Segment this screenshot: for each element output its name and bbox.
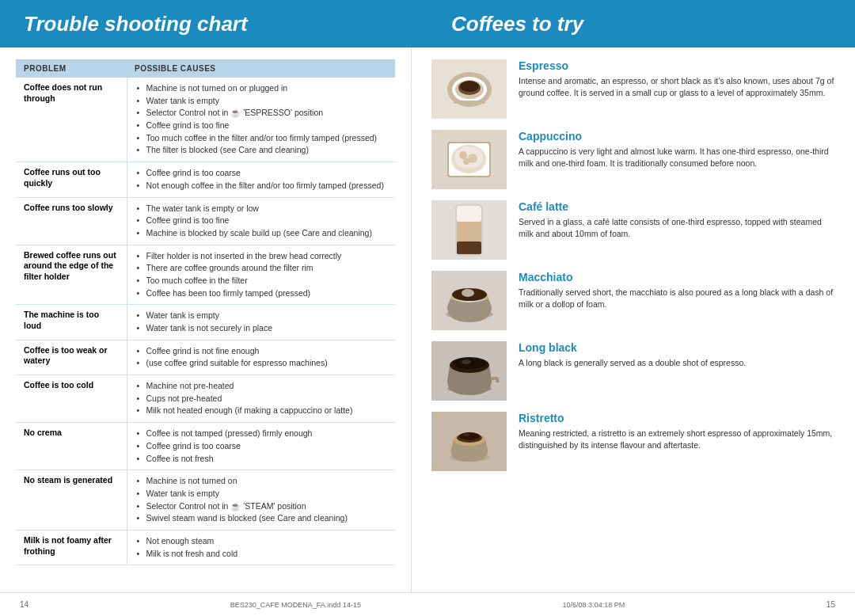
coffee-name: Long black xyxy=(519,341,835,354)
cause-item: Water tank is not securely in place xyxy=(135,322,388,334)
trouble-shooting-title: Trouble shooting chart xyxy=(24,12,404,36)
cause-item: Coffee grind is too coarse xyxy=(135,440,388,452)
table-row: Coffee runs out too quicklyCoffee grind … xyxy=(16,162,395,197)
footer-date-info: 10/6/08 3:04:18 PM xyxy=(563,601,625,609)
coffee-name: Espresso xyxy=(519,59,835,72)
table-row: Coffee is too coldMachine not pre-heated… xyxy=(16,375,395,423)
cause-item: Coffee grind is too fine xyxy=(135,120,388,131)
trouble-shooting-panel: PROBLEM POSSIBLE CAUSES Coffee does not … xyxy=(0,48,412,592)
page-number-left: 14 xyxy=(20,600,28,609)
col-causes-header: POSSIBLE CAUSES xyxy=(127,59,395,78)
problem-cell: Milk is not foamy after frothing xyxy=(16,530,127,565)
cause-item: Machine not pre-heated xyxy=(135,380,388,392)
problem-cell: Coffee is too weak or watery xyxy=(16,340,127,375)
table-row: Brewed coffee runs out around the edge o… xyxy=(16,245,395,305)
problem-cell: The machine is too loud xyxy=(16,305,127,340)
header-right: Coffees to try xyxy=(428,12,855,36)
problem-cell: Coffee is too cold xyxy=(16,375,127,423)
cause-item: Coffee grind is too fine xyxy=(135,215,388,226)
cause-item: Machine is not turned on xyxy=(135,475,388,487)
problem-cell: Coffee does not run through xyxy=(16,78,127,162)
coffee-image-cappuccino xyxy=(431,130,507,189)
cause-item: Coffee grind is not fine enough xyxy=(135,345,388,357)
cause-item: Machine is blocked by scale build up (se… xyxy=(135,227,388,239)
svg-point-24 xyxy=(462,289,474,297)
causes-cell: Filter holder is not inserted in the bre… xyxy=(127,245,395,305)
page-header: Trouble shooting chart Coffees to try xyxy=(0,0,855,48)
col-problem-header: PROBLEM xyxy=(16,59,127,78)
coffees-to-try-title: Coffees to try xyxy=(451,12,831,36)
coffee-description: Traditionally served short, the macchiat… xyxy=(519,287,835,310)
coffee-item: MacchiatoTraditionally served short, the… xyxy=(431,271,835,330)
causes-cell: The water tank is empty or lowCoffee gri… xyxy=(127,197,395,245)
page-footer: 14 BES230_CAFE MODENA_FA.indd 14-15 10/6… xyxy=(0,592,855,616)
cause-item: Milk is not fresh and cold xyxy=(135,548,388,560)
coffee-info: RistrettoMeaning restricted, a ristretto… xyxy=(519,412,835,451)
svg-rect-18 xyxy=(457,206,481,222)
coffee-description: A long black is generally served as a do… xyxy=(519,357,835,369)
coffee-info: MacchiatoTraditionally served short, the… xyxy=(519,271,835,310)
causes-cell: Machine is not turned on or plugged inWa… xyxy=(127,78,395,162)
coffees-panel: EspressoIntense and aromatic, an espress… xyxy=(412,48,855,592)
cause-item: The water tank is empty or low xyxy=(135,203,388,215)
cause-item: Not enough steam xyxy=(135,535,388,547)
table-row: Coffee does not run throughMachine is no… xyxy=(16,78,395,162)
cause-item: Water tank is empty xyxy=(135,95,388,107)
table-header-row: PROBLEM POSSIBLE CAUSES xyxy=(16,59,395,78)
causes-cell: Coffee grind is not fine enough(use coff… xyxy=(127,340,395,375)
cause-item: Milk not heated enough (if making a capp… xyxy=(135,405,388,416)
svg-point-12 xyxy=(459,151,467,159)
cause-item: Coffee is not fresh xyxy=(135,453,388,465)
cause-item: There are coffee grounds around the filt… xyxy=(135,262,388,274)
header-left: Trouble shooting chart xyxy=(0,12,428,36)
cause-item: Filter holder is not inserted in the bre… xyxy=(135,250,388,262)
trouble-table: PROBLEM POSSIBLE CAUSES Coffee does not … xyxy=(16,59,395,565)
cause-item: Water tank is empty xyxy=(135,488,388,500)
causes-cell: Coffee is not tamped (pressed) firmly en… xyxy=(127,423,395,470)
causes-cell: Coffee grind is too coarseNot enough cof… xyxy=(127,162,395,197)
coffee-image-cafe-latte xyxy=(431,200,507,260)
causes-cell: Not enough steamMilk is not fresh and co… xyxy=(127,530,395,565)
problem-cell: Brewed coffee runs out around the edge o… xyxy=(16,245,127,305)
problem-cell: Coffee runs too slowly xyxy=(16,197,127,245)
coffee-item: CappuccinoA cappuccino is very light and… xyxy=(431,130,835,189)
coffee-info: EspressoIntense and aromatic, an espress… xyxy=(519,59,835,98)
table-row: The machine is too loudWater tank is emp… xyxy=(16,305,395,340)
svg-rect-19 xyxy=(457,222,481,241)
svg-point-34 xyxy=(459,432,480,440)
cause-item: Cups not pre-heated xyxy=(135,393,388,405)
cause-item: Coffee grind is too coarse xyxy=(135,167,388,179)
cause-item: Water tank is empty xyxy=(135,310,388,321)
footer-file-info: BES230_CAFE MODENA_FA.indd 14-15 xyxy=(230,601,361,609)
coffee-item: EspressoIntense and aromatic, an espress… xyxy=(431,59,835,119)
coffee-description: A cappuccino is very light and almost lu… xyxy=(519,146,835,169)
cause-item: Not enough coffee in the filter and/or t… xyxy=(135,180,388,192)
table-row: Coffee is too weak or wateryCoffee grind… xyxy=(16,340,395,375)
svg-rect-6 xyxy=(454,101,485,104)
table-row: No steam is generatedMachine is not turn… xyxy=(16,470,395,530)
main-content: PROBLEM POSSIBLE CAUSES Coffee does not … xyxy=(0,48,855,592)
coffee-item: Café latteServed in a glass, a café latt… xyxy=(431,200,835,260)
cause-item: Machine is not turned on or plugged in xyxy=(135,82,388,94)
coffees-list: EspressoIntense and aromatic, an espress… xyxy=(431,59,835,471)
coffee-description: Intense and aromatic, an espresso, or sh… xyxy=(519,75,835,98)
coffee-item: RistrettoMeaning restricted, a ristretto… xyxy=(431,412,835,471)
coffee-info: Café latteServed in a glass, a café latt… xyxy=(519,200,835,239)
svg-rect-20 xyxy=(457,241,481,254)
coffee-description: Served in a glass, a café latte consists… xyxy=(519,216,835,239)
problem-cell: No crema xyxy=(16,423,127,470)
svg-point-5 xyxy=(460,81,479,92)
coffee-image-espresso xyxy=(431,59,507,119)
cause-item: Coffee has been too firmly tamped (press… xyxy=(135,287,388,299)
coffee-info: Long blackA long black is generally serv… xyxy=(519,341,835,369)
causes-cell: Machine is not turned onWater tank is em… xyxy=(127,470,395,530)
coffee-description: Meaning restricted, a ristretto is an ex… xyxy=(519,428,835,451)
table-row: No cremaCoffee is not tamped (pressed) f… xyxy=(16,423,395,470)
cause-item: Too much coffee in the filter and/or too… xyxy=(135,132,388,144)
svg-point-35 xyxy=(463,433,469,436)
cause-item: Selector Control not in ☕ 'ESPRESSO' pos… xyxy=(135,107,388,119)
table-row: Coffee runs too slowlyThe water tank is … xyxy=(16,197,395,245)
svg-point-14 xyxy=(463,158,469,165)
cause-item: (use coffee grind suitable for espresso … xyxy=(135,357,388,369)
problem-cell: No steam is generated xyxy=(16,470,127,530)
